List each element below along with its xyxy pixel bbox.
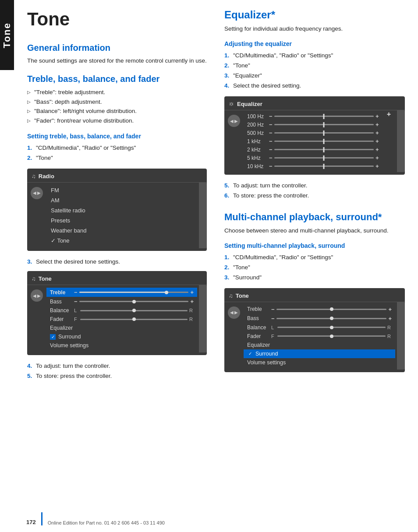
mc-step-1: 1."CD/Multimedia", "Radio" or "Settings" (224, 253, 405, 263)
step-3: 3.Select the desired tone settings. (27, 257, 207, 267)
radio-item-tone[interactable]: Tone (46, 236, 197, 246)
surround-checkbox[interactable]: ✓ (50, 334, 56, 340)
right-column: Equalizer* Setting for individual audio … (220, 9, 405, 387)
treble-bass-bullets: "Treble": treble adjustment. "Bass": dep… (27, 88, 207, 125)
eq-left-controls: ◀ ▶ (224, 110, 244, 131)
general-information-heading: General information (27, 43, 207, 53)
radio-item-am[interactable]: AM (46, 195, 197, 205)
step-2: 2."Tone" (27, 153, 207, 163)
surround-balance-row[interactable]: Balance L R (244, 323, 395, 332)
radio-title-bar: ♫ Radio (27, 171, 207, 183)
mc-step-2: 2."Tone" (224, 263, 405, 273)
eq-rows: 100 Hz − + 200 Hz − + (244, 110, 383, 172)
eq-100hz[interactable]: 100 Hz − + (244, 112, 383, 120)
radio-title: Radio (39, 173, 54, 180)
surround-bass-row[interactable]: Bass − + (244, 314, 395, 323)
tone-menu-items: Treble − + Bass − (46, 285, 197, 352)
equalizer-screen: ⛭ Equalizer ◀ ▶ 100 Hz − + (224, 96, 405, 175)
page-number: 172 (26, 519, 36, 525)
eq-step-2: 2."Tone" (224, 61, 405, 71)
radio-scroll-bar (199, 183, 207, 248)
radio-menu-items: FM AM Satellite radio Presets Weather ba… (46, 183, 197, 248)
multi-channel-steps: 1."CD/Multimedia", "Radio" or "Settings"… (224, 253, 405, 283)
tone-fader-row[interactable]: Fader F R (46, 315, 197, 324)
setting-treble-subheading: Setting treble, bass, balance, and fader (27, 133, 207, 140)
tone-icon: ♫ (32, 275, 36, 282)
setting-treble-steps: 1."CD/Multimedia", "Radio" or "Settings"… (27, 143, 207, 163)
mc-step-3: 3."Surround" (224, 273, 405, 283)
eq-plus-button[interactable]: + (384, 110, 393, 118)
radio-item-presets[interactable]: Presets (46, 215, 197, 225)
surround-fader-row[interactable]: Fader F R (244, 332, 395, 341)
tone-bass-row[interactable]: Bass − + (46, 297, 197, 306)
tone-balance-row[interactable]: Balance L R (46, 306, 197, 315)
eq-step-3: 3."Equalizer" (224, 71, 405, 81)
adjusting-equalizer-subheading: Adjusting the equalizer (224, 40, 405, 47)
eq-icon: ⛭ (229, 101, 234, 107)
step-1: 1."CD/Multimedia", "Radio" or "Settings" (27, 143, 207, 153)
bullet-treble: "Treble": treble adjustment. (27, 88, 207, 97)
equalizer-body: Setting for individual audio frequency r… (224, 25, 405, 33)
eq-200hz[interactable]: 200 Hz − + (244, 120, 383, 129)
left-column: Tone General information The sound setti… (27, 9, 220, 387)
eq-1khz[interactable]: 1 kHz − + (244, 137, 383, 145)
eq-steps: 1."CD/Multimedia", "Radio" or "Settings"… (224, 51, 405, 91)
eq-step-6: 6.To store: press the controller. (224, 191, 405, 201)
step-4: 4.To adjust: turn the controller. (27, 361, 207, 371)
surround-nav-arrows[interactable]: ◀ ▶ (228, 307, 240, 319)
surround-volume-item[interactable]: Volume settings (244, 358, 395, 367)
tone-surround-item[interactable]: ✓ Surround (46, 332, 197, 341)
tone-equalizer-item[interactable]: Equalizer (46, 324, 197, 332)
eq-title-bar: ⛭ Equalizer (224, 99, 405, 110)
eq-step-5: 5.To adjust: turn the controller. (224, 181, 405, 191)
radio-icon: ♫ (32, 173, 36, 180)
surround-equalizer-item[interactable]: Equalizer (244, 341, 395, 349)
tone-title-bar: ♫ Tone (27, 274, 207, 285)
side-tab: Tone (0, 0, 14, 70)
multi-channel-heading: Multi-channel playback, surround* (224, 211, 405, 223)
eq-2khz[interactable]: 2 kHz − + (244, 145, 383, 154)
surround-tone-screen: ♫ Tone ◀ ▶ Treble − + (224, 288, 405, 372)
tone-left-controls: ◀ ▶ (27, 285, 46, 306)
surround-tone-items: Treble − + Bass − + (244, 302, 395, 370)
step3-list: 3.Select the desired tone settings. (27, 257, 207, 267)
step-5: 5.To store: press the controller. (27, 371, 207, 381)
radio-item-fm[interactable]: FM (46, 185, 197, 195)
eq-step-4: 4.Select the desired setting. (224, 81, 405, 91)
surround-surround-item[interactable]: ✓ Surround (244, 349, 395, 358)
surround-left-controls: ◀ ▶ (224, 302, 244, 323)
radio-left-controls: ◀ ▶ (27, 183, 46, 204)
radio-item-weather[interactable]: Weather band (46, 225, 197, 236)
page-footer: 172 Online Edition for Part no. 01 40 2 … (0, 508, 418, 532)
footer-text: Online Edition for Part no. 01 40 2 606 … (48, 520, 165, 525)
bullet-balance: "Balance": left/right volume distributio… (27, 106, 207, 116)
steps-4-5: 4.To adjust: turn the controller. 5.To s… (27, 361, 207, 381)
multi-channel-subheading: Setting multi-channel playback, surround (224, 242, 405, 249)
surround-checkbox2[interactable]: ✓ (247, 351, 253, 356)
tone-volume-item[interactable]: Volume settings (46, 341, 197, 350)
surround-scroll-bar (397, 302, 405, 370)
main-content: Tone General information The sound setti… (14, 0, 418, 404)
eq-right-controls: + (383, 110, 395, 118)
radio-screen: ♫ Radio ◀ ▶ FM AM Satellite radio Preset… (27, 169, 207, 251)
radio-left-arrow[interactable]: ◀ ▶ (31, 187, 43, 199)
footer-divider-bar (41, 512, 43, 525)
eq-5khz[interactable]: 5 kHz − + (244, 154, 383, 162)
radio-screen-body: ◀ ▶ FM AM Satellite radio Presets Weathe… (27, 183, 207, 248)
multi-channel-body: Choose between stereo and multi-channel … (224, 226, 405, 235)
eq-10khz[interactable]: 10 kHz − + (244, 162, 383, 170)
surround-treble-row[interactable]: Treble − + (244, 305, 395, 314)
surround-tone-title: Tone (236, 292, 249, 299)
bullet-bass: "Bass": depth adjustment. (27, 97, 207, 107)
tone-treble-row[interactable]: Treble − + (46, 288, 197, 297)
eq-500hz[interactable]: 500 Hz − + (244, 129, 383, 137)
general-information-body: The sound settings are stored for the re… (27, 56, 207, 65)
eq-nav-arrows[interactable]: ◀ ▶ (228, 115, 240, 127)
surround-tone-title-bar: ♫ Tone (224, 291, 405, 302)
eq-scroll-bar (397, 110, 405, 172)
eq-title: Equalizer (237, 101, 262, 107)
eq-screen-body: ◀ ▶ 100 Hz − + 200 Hz − (224, 110, 405, 172)
radio-item-satellite[interactable]: Satellite radio (46, 205, 197, 215)
eq-step-1: 1."CD/Multimedia", "Radio" or "Settings" (224, 51, 405, 61)
tone-nav-arrows[interactable]: ◀ ▶ (31, 289, 43, 302)
